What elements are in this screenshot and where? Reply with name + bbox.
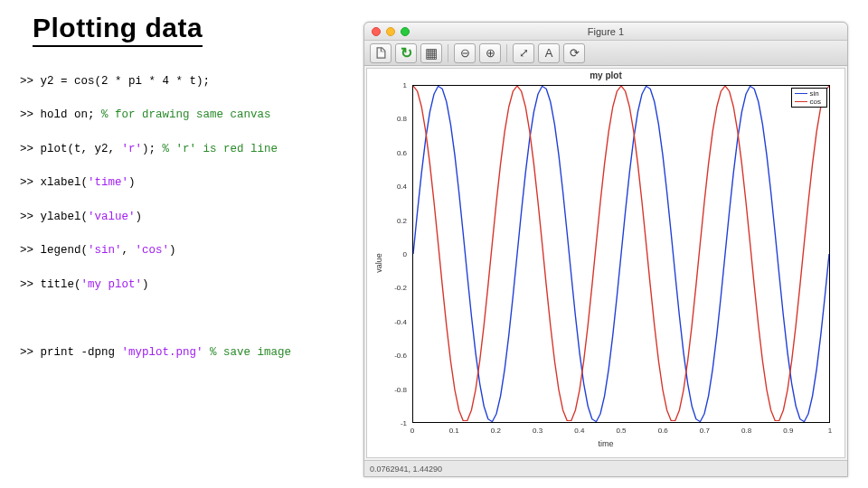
code-text: legend( bbox=[41, 244, 89, 257]
code-text: ); bbox=[142, 143, 163, 155]
text-button[interactable]: A bbox=[538, 43, 560, 63]
traffic-lights bbox=[364, 27, 410, 36]
cursor-coordinates: 0.0762941, 1.44290 bbox=[370, 465, 442, 474]
x-tick-label: 0.6 bbox=[658, 427, 668, 435]
x-tick-label: 0.1 bbox=[449, 427, 459, 435]
x-axis-label: time bbox=[367, 439, 844, 448]
code-text: ) bbox=[142, 278, 149, 291]
code-line-3: >> plot(t, y2, 'r'); % 'r' is red line bbox=[20, 141, 291, 158]
code-string: 'myplot.png' bbox=[122, 346, 203, 359]
x-tick-label: 0.4 bbox=[574, 427, 584, 435]
prompt: >> bbox=[20, 346, 41, 359]
zoom-out-icon: ⊖ bbox=[460, 46, 470, 60]
window-title: Figure 1 bbox=[364, 26, 847, 37]
code-text: y2 = cos(2 * pi * 4 * t); bbox=[41, 75, 211, 88]
y-axis-ticks: 10.80.60.40.20-0.2-0.4-0.6-0.8-1 bbox=[367, 85, 410, 423]
legend-entry-cos: cos bbox=[795, 98, 821, 106]
code-text: plot(t, y2, bbox=[41, 143, 122, 155]
maximize-icon[interactable] bbox=[401, 27, 410, 36]
close-icon[interactable] bbox=[372, 27, 381, 36]
minimize-icon[interactable] bbox=[386, 27, 395, 36]
code-string: 'time' bbox=[88, 176, 128, 189]
code-text: hold on; bbox=[41, 108, 102, 121]
toolbar-separator bbox=[506, 44, 507, 62]
y-tick-label: -0.2 bbox=[394, 284, 407, 292]
code-block: >> y2 = cos(2 * pi * 4 * t); >> hold on;… bbox=[20, 56, 291, 378]
refresh-button[interactable]: ↻ bbox=[395, 43, 417, 63]
code-text: title( bbox=[41, 278, 81, 291]
x-tick-label: 0.9 bbox=[783, 427, 793, 435]
prompt: >> bbox=[20, 143, 41, 155]
legend-label: cos bbox=[810, 98, 821, 106]
y-tick-label: -0.8 bbox=[394, 385, 407, 393]
x-tick-label: 0.5 bbox=[616, 427, 626, 435]
sin-line bbox=[413, 86, 829, 421]
y-tick-label: 0.6 bbox=[397, 148, 407, 156]
prompt: >> bbox=[20, 278, 41, 291]
legend: sin cos bbox=[791, 88, 827, 108]
zoom-in-icon: ⊕ bbox=[486, 46, 495, 60]
x-tick-label: 1 bbox=[828, 427, 832, 435]
grid-icon: ▦ bbox=[425, 45, 438, 61]
rotate-icon: ⟳ bbox=[570, 46, 580, 60]
y-tick-label: 0.2 bbox=[397, 216, 407, 224]
plot-title: my plot bbox=[367, 70, 844, 80]
prompt: >> bbox=[20, 244, 41, 257]
y-tick-label: -1 bbox=[401, 419, 407, 427]
legend-swatch-blue bbox=[795, 93, 807, 94]
plot-area: my plot value time 10.80.60.40.20-0.2-0.… bbox=[366, 68, 845, 458]
save-icon bbox=[374, 46, 388, 60]
code-comment: % save image bbox=[210, 346, 291, 359]
code-line-4: >> xlabel('time') bbox=[20, 174, 291, 192]
code-text: ) bbox=[128, 176, 136, 189]
code-line-2: >> hold on; % for drawing same canvas bbox=[20, 107, 291, 124]
zoom-in-button[interactable]: ⊕ bbox=[479, 43, 501, 63]
code-string: 'sin' bbox=[88, 244, 122, 257]
rotate-button[interactable]: ⟳ bbox=[563, 43, 585, 63]
prompt: >> bbox=[20, 108, 41, 121]
y-tick-label: 0 bbox=[403, 250, 407, 258]
prompt: >> bbox=[20, 75, 41, 88]
axes-box: sin cos bbox=[412, 85, 830, 423]
code-text: ) bbox=[136, 211, 143, 223]
code-text: , bbox=[122, 244, 136, 257]
code-string: 'r' bbox=[122, 143, 143, 155]
x-tick-label: 0.2 bbox=[491, 427, 501, 435]
x-tick-label: 0.7 bbox=[700, 427, 710, 435]
code-text: ylabel( bbox=[41, 211, 89, 223]
y-tick-label: 0.4 bbox=[397, 183, 407, 191]
autoscale-button[interactable]: ⤢ bbox=[513, 43, 534, 63]
code-line-5: >> ylabel('value') bbox=[20, 209, 291, 226]
x-tick-label: 0.3 bbox=[533, 427, 542, 435]
x-axis-ticks: 00.10.20.30.40.50.60.70.80.91 bbox=[412, 427, 830, 437]
prompt: >> bbox=[20, 211, 41, 223]
text-icon: A bbox=[545, 46, 553, 60]
y-tick-label: 1 bbox=[403, 81, 407, 89]
code-comment: % 'r' is red line bbox=[163, 143, 278, 155]
code-line-6: >> legend('sin', 'cos') bbox=[20, 242, 291, 259]
zoom-out-button[interactable]: ⊖ bbox=[454, 43, 476, 63]
code-text: ) bbox=[169, 244, 176, 257]
toolbar-separator bbox=[448, 44, 448, 62]
code-text: print -dpng bbox=[41, 346, 122, 359]
autoscale-icon: ⤢ bbox=[519, 46, 529, 60]
page-title: Plotting data bbox=[33, 13, 203, 47]
code-line-7: >> title('my plot') bbox=[20, 277, 291, 294]
x-tick-label: 0.8 bbox=[741, 427, 751, 435]
code-line-1: >> y2 = cos(2 * pi * 4 * t); bbox=[20, 73, 291, 90]
refresh-icon: ↻ bbox=[401, 44, 412, 61]
save-button[interactable] bbox=[370, 43, 392, 63]
legend-label: sin bbox=[810, 89, 819, 98]
code-line-8: >> print -dpng 'myplot.png' % save image bbox=[20, 344, 291, 361]
figure-window: Figure 1 ↻ ▦ ⊖ ⊕ ⤢ A ⟳ my plot value tim… bbox=[363, 22, 848, 477]
plot-lines bbox=[413, 86, 829, 422]
prompt: >> bbox=[20, 176, 41, 189]
blank-line bbox=[20, 310, 291, 327]
y-tick-label: -0.4 bbox=[394, 317, 407, 325]
y-tick-label: -0.6 bbox=[394, 352, 407, 360]
code-string: 'cos' bbox=[136, 244, 170, 257]
code-comment: % for drawing same canvas bbox=[101, 108, 271, 121]
code-string: 'value' bbox=[88, 211, 136, 223]
grid-button[interactable]: ▦ bbox=[420, 43, 442, 63]
code-string: 'my plot' bbox=[81, 278, 143, 291]
